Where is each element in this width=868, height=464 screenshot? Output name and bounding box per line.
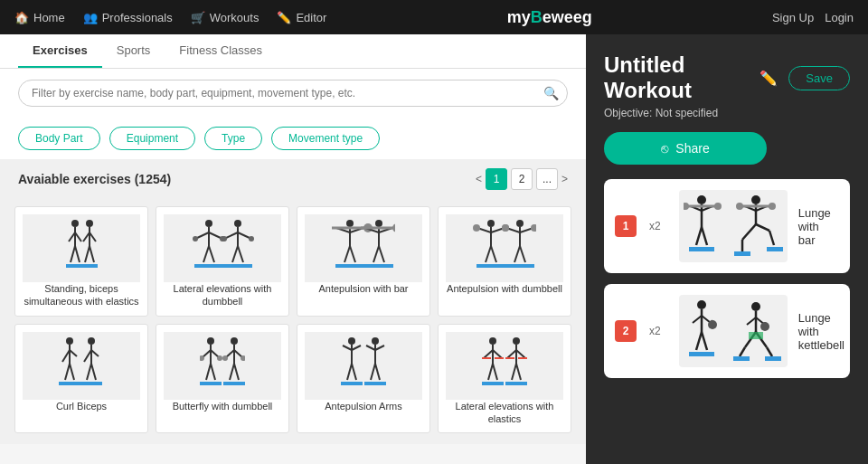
svg-point-27 [222,236,227,241]
tab-fitness-classes[interactable]: Fitness Classes [165,34,277,68]
workout-card-2[interactable]: 2 x2 [604,284,850,378]
filter-bar: Body Part Equipment Type Movement type [0,118,586,159]
card-number-2: 2 [615,320,637,342]
filter-body-part[interactable]: Body Part [18,127,100,150]
nav-workouts[interactable]: 🛒 Workouts [191,11,259,24]
svg-point-142 [751,195,760,204]
svg-rect-122 [482,382,504,385]
svg-point-23 [234,220,241,227]
card-info-2: Lunge with kettlebell [798,311,844,352]
page-dots-button[interactable]: ... [536,168,558,190]
save-workout-button[interactable]: Save [788,66,850,90]
right-panel: Untitled Workout ✏️ Save Objective: Not … [586,34,868,464]
page-1-button[interactable]: 1 [486,168,507,190]
page-2-button[interactable]: 2 [511,168,533,190]
lunge-bar-svg [684,193,783,260]
svg-line-5 [75,246,80,262]
exercise-card-7[interactable]: Antepulsion Arms [297,324,430,434]
svg-point-95 [222,355,228,361]
tabs: Exercises Sports Fitness Classes [0,34,586,69]
svg-point-54 [473,224,480,232]
filter-movement-type[interactable]: Movement type [271,127,380,150]
svg-line-72 [65,364,70,380]
svg-point-18 [193,236,198,241]
nav-home[interactable]: 🏠 Home [14,11,65,24]
svg-point-28 [249,236,254,241]
signup-link[interactable]: Sign Up [772,11,814,24]
svg-line-149 [742,224,756,240]
svg-line-173 [767,347,772,356]
workout-card-1[interactable]: 1 x2 [604,179,850,273]
svg-line-47 [373,246,379,262]
search-button[interactable]: 🔍 [543,86,559,100]
svg-rect-176 [765,356,781,361]
svg-point-91 [231,337,238,345]
card-exercise-name-2: Lunge with kettlebell [798,311,844,352]
share-button[interactable]: ⎋ Share [604,132,767,165]
svg-point-164 [751,302,760,311]
svg-rect-13 [80,264,98,268]
svg-line-2 [69,232,75,241]
tab-exercises[interactable]: Exercises [18,34,102,68]
exercise-card-5[interactable]: Curl Biceps [14,324,148,434]
exercise-card-2[interactable]: Lateral elevations with dumbbell [156,206,289,317]
tab-sports[interactable]: Sports [102,34,165,68]
figure-svg-7 [341,336,386,395]
prev-page-button[interactable]: < [476,173,482,185]
login-link[interactable]: Login [825,11,854,24]
objective-label: Objective: [604,107,652,119]
svg-point-155 [697,300,706,309]
next-page-button[interactable]: > [561,173,568,185]
svg-line-103 [352,346,361,350]
svg-point-82 [207,337,214,345]
edit-workout-button[interactable]: ✏️ [760,70,778,87]
main-nav: 🏠 Home 👥 Professionals 🛒 Workouts ✏️ Edi… [0,0,868,34]
svg-line-105 [352,364,356,380]
search-input[interactable] [18,80,568,107]
exercise-card-1[interactable]: Standing, biceps simultaneous with elast… [14,206,148,317]
pagination: < 1 2 ... > [476,168,568,190]
nav-right: Sign Up Login [772,11,854,24]
svg-point-137 [684,203,689,210]
exercise-card-3[interactable]: Antepulsion with bar [297,206,430,317]
card-img-2 [679,295,788,367]
svg-line-20 [203,246,209,262]
svg-rect-141 [689,247,714,251]
svg-line-161 [696,332,702,350]
card-reps-1: x2 [649,220,661,232]
svg-line-117 [493,350,502,358]
svg-rect-99 [223,382,245,385]
svg-line-120 [488,364,493,380]
exercise-name-1: Standing, biceps simultaneous with elast… [23,282,140,308]
svg-line-111 [371,364,375,380]
figure-svg-2 [191,219,254,278]
svg-rect-40 [335,264,364,268]
svg-line-125 [507,350,516,358]
exercise-grid: Standing, biceps simultaneous with elast… [0,195,586,444]
filter-equipment[interactable]: Equipment [109,127,195,150]
exercise-img-6 [164,332,281,400]
nav-professionals[interactable]: 👥 Professionals [83,11,173,24]
svg-point-32 [346,220,354,227]
editor-icon: ✏️ [277,11,291,24]
svg-line-39 [350,246,355,262]
svg-line-98 [234,364,239,380]
svg-line-130 [516,364,521,380]
filter-type[interactable]: Type [204,127,262,150]
exercise-card-4[interactable]: Antepulsion with dumbbell [438,206,571,317]
svg-point-63 [502,224,509,232]
exercise-img-2 [164,214,281,282]
svg-point-123 [513,337,520,345]
svg-point-46 [392,223,395,232]
svg-rect-31 [223,264,252,268]
card-img-1 [679,190,788,262]
svg-line-71 [70,350,77,356]
workout-header: Untitled Workout ✏️ Save [604,52,850,103]
nav-editor[interactable]: ✏️ Editor [277,11,326,24]
objective-value: Not specified [656,107,718,119]
svg-line-57 [491,246,496,262]
exercise-card-8[interactable]: Lateral elevations with elastics [438,324,571,434]
svg-line-129 [512,364,516,380]
figure-svg-6 [200,336,245,395]
exercise-card-6[interactable]: Butterfly with dumbbell [156,324,289,434]
